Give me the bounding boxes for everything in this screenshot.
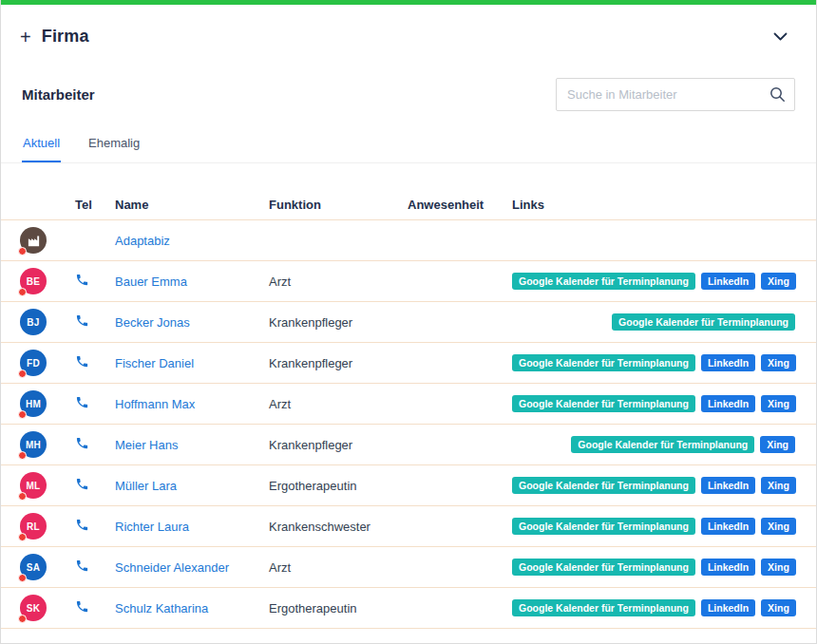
phone-icon[interactable] — [75, 313, 89, 328]
link-badge-calendar[interactable]: Google Kalender für Terminplanung — [512, 395, 695, 412]
table-row: Adaptabiz — [1, 220, 816, 261]
link-badge-calendar[interactable]: Google Kalender für Terminplanung — [512, 559, 695, 576]
search-icon[interactable] — [770, 86, 786, 106]
link-badge-linkedin[interactable]: LinkedIn — [701, 273, 755, 290]
links-cell: Google Kalender für Terminplanung — [512, 313, 795, 331]
tel-cell — [75, 354, 115, 372]
employee-name-link[interactable]: Müller Lara — [115, 479, 177, 493]
name-cell: Becker Jonas — [115, 313, 269, 331]
avatar[interactable]: ML — [20, 472, 47, 499]
avatar[interactable]: HM — [20, 390, 47, 417]
avatar[interactable]: SK — [20, 595, 47, 621]
presence-dot — [18, 369, 27, 378]
employee-name-link[interactable]: Bauer Emma — [115, 275, 187, 289]
funktion-text: Arzt — [269, 560, 291, 575]
employee-search — [556, 78, 795, 111]
name-cell: Schneider Alexander — [115, 559, 269, 576]
funktion-cell: Ergotherapeutin — [269, 477, 408, 494]
link-badge-calendar[interactable]: Google Kalender für Terminplanung — [512, 273, 695, 290]
avatar-cell: BE — [20, 268, 75, 294]
link-badge-calendar[interactable]: Google Kalender für Terminplanung — [512, 477, 695, 494]
link-badge-calendar[interactable]: Google Kalender für Terminplanung — [612, 313, 795, 331]
table-row: BE Bauer Emma Arzt Google Kalender für T… — [1, 261, 816, 302]
avatar[interactable]: MH — [20, 431, 47, 458]
employee-name-link[interactable]: Meier Hans — [115, 438, 178, 452]
avatar[interactable]: FD — [20, 350, 47, 376]
link-badge-xing[interactable]: Xing — [761, 395, 796, 412]
table-row: SK Schulz Katharina Ergotherapeutin Goog… — [1, 588, 816, 629]
funktion-text: Arzt — [269, 397, 291, 411]
column-tel: Tel — [75, 198, 115, 212]
funktion-cell: Krankenpfleger — [269, 313, 408, 331]
avatar-initials: BE — [27, 276, 41, 287]
avatar[interactable]: BJ — [20, 309, 47, 335]
funktion-cell: Krankenschwester — [269, 518, 408, 535]
employee-name-link[interactable]: Schneider Alexander — [115, 560, 229, 575]
phone-icon[interactable] — [75, 559, 89, 573]
tel-cell — [75, 599, 115, 617]
avatar-cell: SK — [20, 595, 75, 621]
tel-cell — [75, 518, 115, 536]
name-cell: Müller Lara — [115, 477, 269, 494]
avatar-initials: BJ — [27, 317, 39, 328]
link-badge-linkedin[interactable]: LinkedIn — [701, 599, 755, 616]
avatar[interactable]: BE — [20, 268, 47, 294]
employee-name-link[interactable]: Richter Laura — [115, 520, 189, 534]
table-row: FD Fischer Daniel Krankenpfleger Google … — [1, 343, 816, 384]
link-badge-calendar[interactable]: Google Kalender für Terminplanung — [512, 599, 695, 616]
avatar[interactable] — [20, 227, 47, 254]
employee-name-link[interactable]: Becker Jonas — [115, 315, 190, 330]
presence-dot — [18, 492, 27, 501]
links-cell: Google Kalender für TerminplanungLinkedI… — [512, 599, 796, 616]
avatar-cell: BJ — [20, 309, 75, 335]
link-badge-calendar[interactable]: Google Kalender für Terminplanung — [571, 436, 754, 453]
name-cell: Hoffmann Max — [115, 395, 269, 412]
avatar[interactable]: SA — [20, 554, 47, 580]
tab-ehemalig[interactable]: Ehemalig — [87, 132, 141, 162]
link-badge-linkedin[interactable]: LinkedIn — [701, 477, 755, 494]
employee-name-link[interactable]: Adaptabiz — [115, 234, 170, 248]
search-input[interactable] — [556, 78, 795, 111]
tel-cell — [75, 436, 115, 454]
link-badge-calendar[interactable]: Google Kalender für Terminplanung — [512, 518, 695, 535]
link-badge-xing[interactable]: Xing — [761, 273, 796, 290]
phone-icon[interactable] — [75, 395, 89, 409]
link-badge-xing[interactable]: Xing — [761, 354, 796, 371]
company-title: + Firma — [20, 27, 89, 47]
avatar[interactable]: RL — [20, 513, 47, 540]
link-badge-calendar[interactable]: Google Kalender für Terminplanung — [512, 354, 695, 371]
phone-icon[interactable] — [75, 518, 89, 532]
funktion-text: Krankenpfleger — [269, 438, 352, 452]
funktion-cell: Krankenpfleger — [269, 436, 408, 453]
phone-icon[interactable] — [75, 354, 89, 369]
link-badge-xing[interactable]: Xing — [761, 559, 796, 576]
column-anwesenheit: Anwesenheit — [408, 198, 512, 212]
employee-name-link[interactable]: Schulz Katharina — [115, 601, 208, 616]
column-funktion: Funktion — [269, 198, 408, 212]
links-cell: Google Kalender für TerminplanungLinkedI… — [512, 518, 796, 535]
employee-table-body: Adaptabiz BE Bauer Emma Arzt — [1, 220, 816, 629]
avatar-cell: SA — [20, 554, 75, 580]
link-badge-xing[interactable]: Xing — [761, 599, 796, 616]
tab-aktuell[interactable]: Aktuell — [22, 132, 61, 162]
link-badge-xing[interactable]: Xing — [761, 477, 796, 494]
phone-icon[interactable] — [75, 436, 89, 450]
phone-icon[interactable] — [75, 477, 89, 491]
table-row: SA Schneider Alexander Arzt Google Kalen… — [1, 547, 816, 588]
link-badge-xing[interactable]: Xing — [760, 436, 795, 453]
employees-section-header: Mitarbeiter — [1, 66, 816, 121]
presence-dot — [18, 247, 27, 256]
plus-icon: + — [20, 28, 31, 47]
collapse-chevron-button[interactable] — [770, 26, 791, 47]
link-badge-linkedin[interactable]: LinkedIn — [701, 395, 755, 412]
link-badge-xing[interactable]: Xing — [761, 518, 796, 535]
link-badge-linkedin[interactable]: LinkedIn — [701, 354, 755, 371]
link-badge-linkedin[interactable]: LinkedIn — [701, 518, 755, 535]
employee-name-link[interactable]: Hoffmann Max — [115, 397, 195, 411]
link-badge-linkedin[interactable]: LinkedIn — [701, 559, 755, 576]
phone-icon[interactable] — [75, 273, 89, 287]
tel-cell — [75, 477, 115, 495]
employee-name-link[interactable]: Fischer Daniel — [115, 356, 194, 370]
table-row: BJ Becker Jonas Krankenpfleger Google Ka… — [1, 302, 816, 343]
phone-icon[interactable] — [75, 599, 89, 614]
